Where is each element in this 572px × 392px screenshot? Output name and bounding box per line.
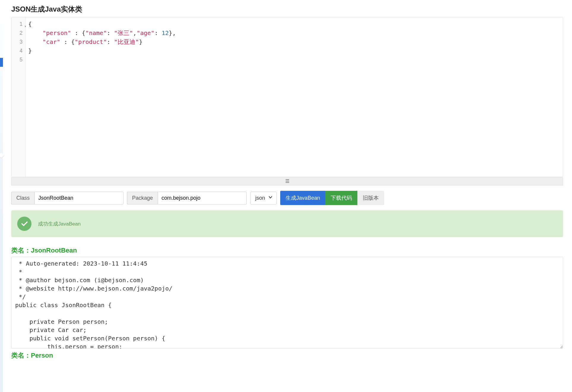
line-number: 2 <box>12 28 26 37</box>
success-alert: 成功生成JavaBean <box>11 210 563 237</box>
class-header-2: 类名：Person <box>11 351 563 360</box>
left-decorative-strip <box>0 0 3 362</box>
code-line: "car" : {"product": "比亚迪"} <box>28 37 560 46</box>
editor-gutter: 1▾ 2 3 4 5 <box>12 17 26 177</box>
resize-divider[interactable]: ☰ <box>11 177 563 185</box>
line-number: 4 <box>12 46 26 55</box>
hamburger-icon: ☰ <box>285 179 289 184</box>
code-line: } <box>28 46 560 55</box>
class-input-group: Class <box>11 192 123 204</box>
generate-button[interactable]: 生成JavaBean <box>280 191 325 205</box>
line-number: 1▾ <box>12 20 26 28</box>
package-input-group: Package <box>127 192 247 204</box>
button-group: 生成JavaBean 下载代码 旧版本 <box>280 191 384 205</box>
code-area[interactable]: { "person" : {"name": "张三","age": 12}, "… <box>26 17 563 177</box>
check-circle-icon <box>17 217 31 231</box>
format-select-value: json <box>255 195 265 201</box>
old-version-button[interactable]: 旧版本 <box>357 191 384 205</box>
line-number: 5 <box>12 55 26 64</box>
left-active-tab-indicator <box>0 58 3 67</box>
format-select[interactable]: json <box>250 192 277 204</box>
line-number: 3 <box>12 37 26 46</box>
class-header-1: 类名：JsonRootBean <box>11 246 563 255</box>
code-line: { <box>28 20 560 28</box>
class-label: Class <box>11 192 34 204</box>
alert-message: 成功生成JavaBean <box>38 220 81 227</box>
package-label: Package <box>127 192 158 204</box>
controls-row: Class Package json 生成JavaBean 下载代码 旧版本 <box>11 191 563 205</box>
chevron-down-icon <box>268 195 273 201</box>
code-output-1[interactable]: * Auto-generated: 2023-10-11 11:4:45 * *… <box>11 257 563 349</box>
package-input[interactable] <box>158 192 247 204</box>
code-line: "person" : {"name": "张三","age": 12}, <box>28 28 560 37</box>
class-input[interactable] <box>34 192 123 204</box>
download-button[interactable]: 下载代码 <box>325 191 357 205</box>
code-line <box>28 55 560 64</box>
page-title: JSON生成Java实体类 <box>11 0 563 17</box>
json-editor[interactable]: 1▾ 2 3 4 5 { "person" : {"name": "张三","a… <box>11 17 563 177</box>
